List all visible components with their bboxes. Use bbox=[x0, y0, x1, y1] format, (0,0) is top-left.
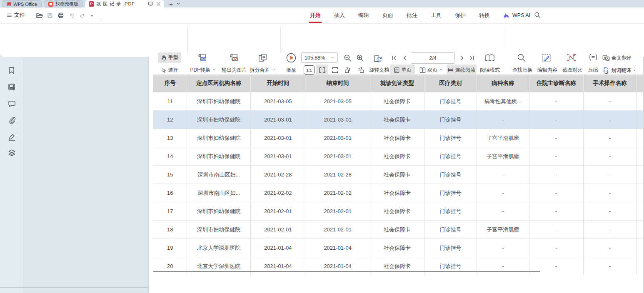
edit-content-button[interactable] bbox=[541, 52, 552, 64]
navigation-panel[interactable] bbox=[24, 57, 148, 293]
full-text-translate-button[interactable]: A 全文翻译 bbox=[602, 54, 640, 62]
find-replace-label[interactable]: 查找替换 bbox=[511, 66, 534, 74]
rotate-left-button[interactable] bbox=[342, 65, 353, 74]
edit-content-label[interactable]: 编辑内容 bbox=[536, 66, 559, 74]
hamburger-icon bbox=[7, 12, 12, 18]
sidebar-bookmarks-button[interactable] bbox=[7, 66, 16, 75]
table-cell: 门诊挂号 bbox=[424, 92, 477, 111]
svg-text:A: A bbox=[606, 70, 608, 73]
fit-page-button[interactable] bbox=[330, 65, 340, 74]
rotate-document-label[interactable]: 旋转文档 bbox=[367, 66, 391, 74]
search-icon bbox=[534, 12, 541, 18]
tab-docer-templates[interactable]: 找稻壳模板 bbox=[44, 0, 83, 7]
table-cell: 2021-03-01 bbox=[251, 147, 305, 166]
undo-button[interactable] bbox=[69, 12, 75, 18]
close-tab-icon[interactable] bbox=[156, 2, 161, 6]
find-replace-button[interactable] bbox=[516, 52, 527, 64]
continuous-reading-button[interactable]: 连续阅读 bbox=[447, 65, 477, 75]
ribbon-tab-编辑[interactable]: 编辑 bbox=[358, 7, 369, 23]
ribbon-tab-转换[interactable]: 转换 bbox=[479, 7, 490, 23]
file-menu-button[interactable]: 文件 bbox=[7, 11, 25, 19]
play-label[interactable]: 播放 bbox=[285, 66, 297, 74]
rotate-pages-button[interactable] bbox=[371, 51, 384, 65]
table-cell: 门诊挂号 bbox=[424, 147, 477, 166]
select-tool-button[interactable]: 选择 bbox=[158, 65, 181, 75]
share-to-screen-icon[interactable] bbox=[148, 1, 153, 7]
ribbon-search-button[interactable] bbox=[534, 12, 541, 18]
attachment-icon bbox=[8, 117, 16, 124]
table-cell: 北京大学深圳医院 bbox=[187, 257, 251, 276]
export-as-image-button[interactable] bbox=[226, 51, 242, 65]
ribbon-tab-开始[interactable]: 开始 bbox=[310, 7, 321, 23]
ribbon-tab-保护[interactable]: 保护 bbox=[455, 7, 466, 23]
divider bbox=[187, 27, 188, 53]
reading-mode-button[interactable] bbox=[483, 51, 497, 65]
previous-page-button[interactable] bbox=[401, 54, 409, 62]
table-bottom-border bbox=[153, 271, 540, 272]
table-cell: - bbox=[583, 202, 637, 221]
quick-access-chevron-icon[interactable] bbox=[90, 14, 94, 18]
tab-wps-office[interactable]: W WPS Office bbox=[2, 0, 42, 7]
fit-page-icon bbox=[332, 67, 339, 74]
screenshot-compare-label[interactable]: 截图对比 bbox=[561, 66, 584, 74]
split-merge-label[interactable]: 拆分合并 bbox=[247, 66, 278, 74]
reading-mode-label[interactable]: 阅读模式 bbox=[478, 66, 502, 74]
ribbon-tab-工具[interactable]: 工具 bbox=[431, 7, 442, 23]
split-merge-button[interactable] bbox=[254, 51, 271, 65]
hand-tool-button[interactable]: 手型 bbox=[158, 52, 181, 63]
svg-text:W: W bbox=[202, 58, 205, 61]
ribbon-tab-页面[interactable]: 页面 bbox=[382, 7, 393, 23]
zoom-out-button[interactable] bbox=[342, 53, 352, 63]
sidebar-layers-button[interactable] bbox=[7, 148, 16, 157]
open-button[interactable] bbox=[36, 12, 43, 19]
pdf-convert-button[interactable]: W bbox=[194, 51, 211, 65]
single-page-button[interactable]: 单页 bbox=[390, 65, 415, 75]
compress-label[interactable]: 压缩 bbox=[587, 66, 599, 74]
new-tab-button[interactable]: + bbox=[169, 1, 173, 7]
sidebar-signature-button[interactable] bbox=[7, 132, 16, 142]
table-cell: 2021-02-28 bbox=[251, 166, 305, 184]
wps-ai-button[interactable]: WPS AI bbox=[503, 7, 530, 23]
pdf-convert-label[interactable]: PDF转换 bbox=[186, 66, 220, 74]
zoom-in-button[interactable] bbox=[355, 53, 365, 63]
fit-width-button[interactable] bbox=[316, 65, 328, 75]
sidebar-comments-button[interactable] bbox=[7, 99, 16, 108]
zoom-level-select[interactable]: 105.88% bbox=[301, 52, 338, 63]
sidebar-thumbnails-button[interactable] bbox=[7, 82, 16, 92]
rotate-right-icon bbox=[357, 66, 364, 74]
screenshot-compare-button[interactable] bbox=[566, 52, 577, 64]
page-number-input[interactable]: 2/4 bbox=[411, 52, 455, 64]
table-row: 13深圳市妇幼保健院2021-03-012021-03-01社会保障卡门诊挂号子… bbox=[153, 129, 644, 147]
table-cell: 北京大学深圳医院 bbox=[187, 239, 251, 257]
redo-button[interactable] bbox=[80, 12, 86, 18]
ribbon-tab-插入[interactable]: 插入 bbox=[334, 7, 345, 23]
wps-ai-logo-icon bbox=[503, 12, 510, 18]
rotate-pages-icon bbox=[372, 52, 383, 64]
table-cell: 社会保障卡 bbox=[370, 202, 424, 221]
compress-button[interactable] bbox=[587, 52, 599, 64]
tab-label: 找稻壳模板 bbox=[55, 1, 78, 7]
word-translate-button[interactable]: 文A 划词翻译 bbox=[602, 66, 642, 74]
play-button[interactable] bbox=[285, 52, 297, 64]
next-page-button[interactable] bbox=[457, 54, 466, 62]
window-tab-bar: W WPS Office 找稻壳模板 P 就 医 记 录 .PDF + bbox=[0, 0, 644, 7]
table-cell: 2021-03-01 bbox=[251, 129, 305, 147]
page-indicator: 2/4 bbox=[429, 55, 436, 61]
table-cell: 社会保障卡 bbox=[370, 129, 424, 147]
sidebar-attachments-button[interactable] bbox=[7, 116, 16, 125]
last-page-button[interactable] bbox=[467, 54, 476, 62]
thumbnails-icon bbox=[8, 83, 15, 91]
document-canvas[interactable]: 序号定点医药机构名称开始时间结束时间就诊凭证类型医疗类别病种名称住院主诊断名称手… bbox=[148, 57, 644, 293]
folder-open-icon bbox=[36, 12, 43, 19]
tab-document[interactable]: P 就 医 记 录 .PDF bbox=[85, 0, 164, 7]
tab-list-chevron-icon[interactable] bbox=[176, 2, 180, 6]
first-page-button[interactable] bbox=[390, 54, 398, 62]
rotate-right-button[interactable] bbox=[355, 65, 366, 74]
actual-size-button[interactable]: 1:1 bbox=[304, 65, 315, 74]
export-as-image-label[interactable]: 输出为图片 bbox=[220, 66, 248, 74]
print-button[interactable] bbox=[57, 12, 64, 19]
ribbon-tab-批注[interactable]: 批注 bbox=[407, 7, 417, 23]
double-page-button[interactable]: 双页 bbox=[417, 65, 445, 75]
table-cell: 11 bbox=[153, 92, 187, 111]
save-button[interactable] bbox=[47, 12, 53, 19]
